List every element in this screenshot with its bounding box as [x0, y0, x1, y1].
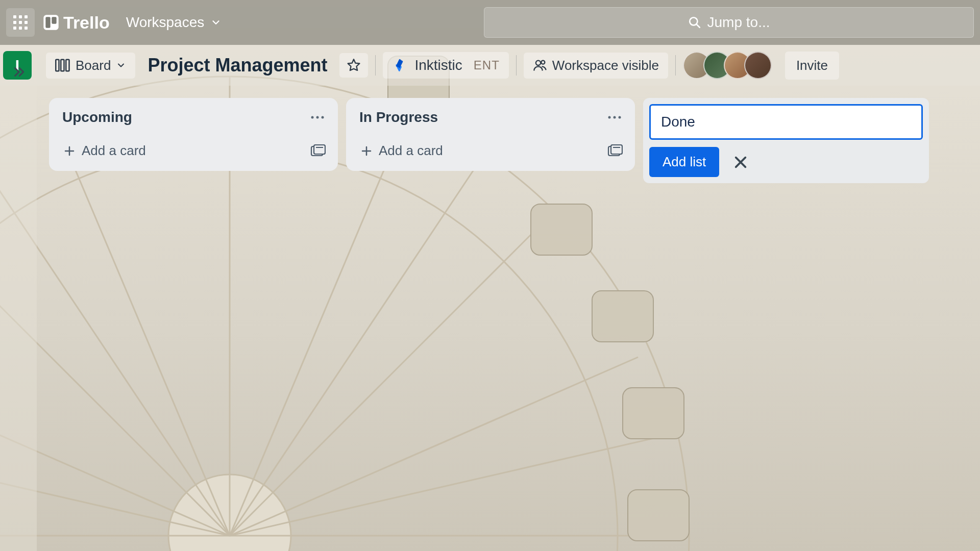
svg-point-32	[316, 116, 319, 119]
search-icon	[688, 16, 701, 29]
avatar[interactable]	[744, 52, 772, 79]
chevron-double-right-icon	[11, 64, 27, 80]
add-card-label: Add a card	[379, 143, 443, 159]
board-view-icon	[55, 59, 70, 72]
svg-rect-26	[56, 60, 59, 71]
header-separator	[375, 55, 376, 76]
chevron-down-icon	[210, 17, 222, 28]
svg-line-8	[230, 357, 638, 536]
org-tag: ENT	[474, 58, 500, 72]
add-card-button[interactable]: Add a card	[355, 139, 604, 163]
add-list-button[interactable]: Add list	[649, 147, 719, 177]
svg-rect-41	[611, 145, 622, 154]
svg-point-30	[541, 61, 545, 64]
card-template-button[interactable]	[604, 141, 626, 161]
chevron-down-icon	[116, 60, 126, 70]
trello-board-icon	[43, 14, 59, 31]
board-title[interactable]: Project Management	[142, 55, 332, 76]
board-header: I Board Project Management Inktistic ENT…	[0, 45, 980, 86]
list-header: Upcoming	[58, 106, 329, 129]
trello-logo[interactable]: Trello	[43, 13, 110, 33]
close-icon	[732, 154, 749, 170]
svg-point-29	[536, 61, 541, 65]
list-upcoming: Upcoming Add a card	[49, 98, 338, 171]
sidebar-expand-button[interactable]	[11, 64, 27, 80]
logo-text: Trello	[63, 13, 110, 33]
org-name: Inktistic	[414, 57, 462, 73]
new-list-actions: Add list	[649, 147, 923, 177]
add-card-label: Add a card	[82, 143, 146, 159]
atlassian-icon	[392, 58, 407, 73]
plus-icon	[360, 145, 373, 157]
list-title[interactable]: Upcoming	[58, 106, 136, 129]
board-view-switcher[interactable]: Board	[46, 53, 135, 79]
visibility-button[interactable]: Workspace visible	[524, 53, 668, 79]
plus-icon	[63, 145, 76, 157]
svg-line-25	[696, 24, 700, 28]
more-horizontal-icon	[310, 115, 325, 120]
svg-rect-17	[592, 291, 653, 342]
workspaces-dropdown[interactable]: Workspaces	[118, 10, 230, 35]
list-menu-button[interactable]	[603, 113, 626, 122]
sidebar-collapsed	[0, 45, 37, 551]
svg-point-37	[608, 116, 611, 119]
list-header: In Progress	[355, 106, 626, 129]
board-canvas: Upcoming Add a card In Progress	[0, 86, 980, 195]
list-footer: Add a card	[355, 134, 626, 163]
svg-rect-28	[66, 60, 69, 71]
card-template-button[interactable]	[307, 141, 329, 161]
invite-button[interactable]: Invite	[785, 52, 839, 80]
people-icon	[533, 58, 547, 72]
header-separator	[675, 55, 676, 76]
list-title[interactable]: In Progress	[355, 106, 442, 129]
search-bar[interactable]: Jump to...	[484, 7, 974, 38]
svg-rect-16	[531, 204, 592, 255]
org-link[interactable]: Inktistic ENT	[383, 52, 508, 79]
svg-rect-27	[61, 60, 64, 71]
apps-grid-icon	[13, 15, 28, 30]
svg-line-6	[230, 211, 554, 536]
new-list-title-input[interactable]	[649, 104, 923, 140]
search-placeholder: Jump to...	[707, 14, 770, 31]
template-icon	[310, 144, 326, 158]
svg-rect-18	[623, 388, 684, 439]
svg-rect-19	[628, 490, 689, 541]
svg-line-14	[230, 153, 485, 536]
svg-rect-23	[52, 17, 56, 23]
cancel-add-list-button[interactable]	[729, 151, 752, 173]
workspaces-label: Workspaces	[126, 14, 205, 31]
more-horizontal-icon	[607, 115, 622, 120]
add-card-button[interactable]: Add a card	[58, 139, 307, 163]
add-list-composer: Add list	[643, 98, 929, 183]
template-icon	[607, 144, 623, 158]
main-nav: Trello Workspaces Jump to...	[0, 0, 980, 45]
svg-point-31	[311, 116, 314, 119]
board-view-label: Board	[76, 58, 111, 73]
list-footer: Add a card	[58, 134, 329, 163]
svg-point-33	[322, 116, 324, 119]
header-separator	[516, 55, 517, 76]
svg-line-12	[230, 434, 674, 536]
svg-point-38	[614, 116, 616, 119]
star-board-button[interactable]	[339, 53, 368, 78]
svg-point-39	[619, 116, 621, 119]
svg-rect-35	[314, 145, 325, 154]
svg-rect-22	[45, 17, 50, 28]
apps-switcher-button[interactable]	[6, 8, 35, 37]
board-members[interactable]	[683, 52, 772, 79]
list-menu-button[interactable]	[306, 113, 329, 122]
star-icon	[347, 58, 361, 72]
list-in-progress: In Progress Add a card	[346, 98, 635, 171]
visibility-label: Workspace visible	[552, 58, 659, 73]
